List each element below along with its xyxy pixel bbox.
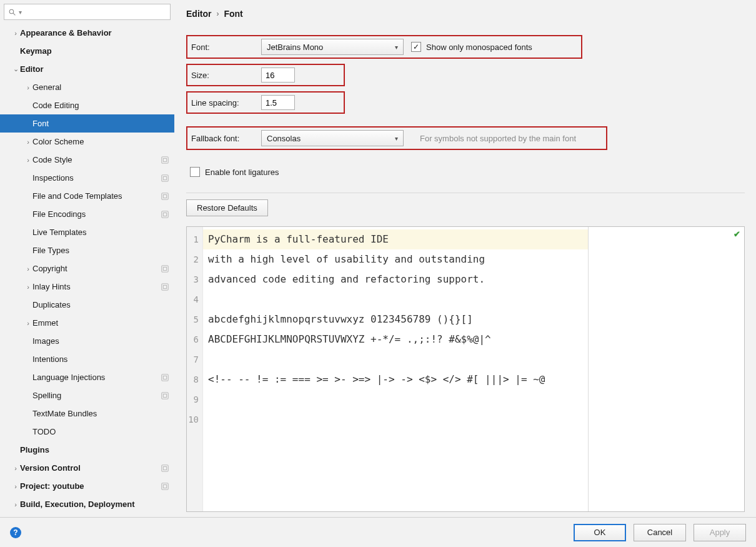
line-number: 6 — [187, 329, 199, 349]
line-spacing-label: Line spacing: — [191, 98, 254, 108]
svg-rect-15 — [163, 376, 166, 379]
restore-defaults-button[interactable]: Restore Defaults — [186, 199, 268, 216]
sidebar-item-project-youtube[interactable]: ›Project: youtube — [0, 477, 174, 495]
sidebar-item-code-style[interactable]: ›Code Style — [0, 151, 174, 169]
settings-tree[interactable]: ›Appearance & BehaviorKeymap⌄Editor›Gene… — [0, 24, 174, 517]
sidebar-item-label: Appearance & Behavior — [20, 28, 169, 38]
svg-rect-5 — [163, 176, 166, 179]
project-scope-icon — [161, 210, 169, 219]
enable-ligatures-checkbox[interactable]: Enable font ligatures — [190, 167, 279, 177]
sidebar-item-language-injections[interactable]: Language Injections — [0, 368, 174, 386]
sidebar-item-appearance-behavior[interactable]: ›Appearance & Behavior — [0, 24, 174, 42]
project-scope-icon — [161, 174, 169, 183]
preview-line: abcdefghijklmnopqrstuvwxyz 0123456789 ()… — [208, 309, 583, 329]
sidebar-item-keymap[interactable]: Keymap — [0, 42, 174, 60]
sidebar-item-intentions[interactable]: Intentions — [0, 350, 174, 368]
line-spacing-input[interactable] — [261, 95, 295, 110]
chevron-down-icon: ⌄ — [11, 65, 20, 73]
svg-rect-20 — [162, 483, 169, 489]
sidebar-item-emmet[interactable]: ›Emmet — [0, 314, 174, 332]
sidebar-item-inspections[interactable]: Inspections — [0, 169, 174, 187]
svg-rect-13 — [163, 285, 166, 288]
search-input[interactable]: ▾ — [4, 4, 171, 20]
line-number: 1 — [187, 229, 199, 249]
svg-line-1 — [13, 13, 15, 15]
apply-button[interactable]: Apply — [694, 524, 746, 541]
line-number: 10 — [187, 409, 199, 429]
sidebar-item-label: Language Injections — [32, 373, 161, 382]
sidebar-item-copyright[interactable]: ›Copyright — [0, 259, 174, 278]
svg-rect-14 — [162, 374, 169, 381]
sidebar-item-inlay-hints[interactable]: ›Inlay Hints — [0, 278, 174, 296]
show-monospaced-checkbox[interactable]: ✓ Show only monospaced fonts — [411, 42, 532, 52]
breadcrumb-page: Font — [224, 9, 242, 19]
chevron-right-icon: › — [24, 84, 32, 91]
svg-point-0 — [9, 9, 14, 14]
preview-right-gutter — [588, 227, 744, 511]
settings-sidebar: ▾ ›Appearance & BehaviorKeymap⌄Editor›Ge… — [0, 0, 175, 517]
preview-code[interactable]: PyCharm is a full-featured IDEwith a hig… — [203, 227, 588, 511]
ok-button[interactable]: OK — [574, 524, 626, 541]
cancel-button[interactable]: Cancel — [634, 524, 686, 541]
sidebar-item-build-execution-deployment[interactable]: ›Build, Execution, Deployment — [0, 495, 174, 513]
sidebar-item-textmate-bundles[interactable]: TextMate Bundles — [0, 404, 174, 423]
fallback-select[interactable]: Consolas ▾ — [261, 130, 404, 146]
svg-rect-9 — [163, 213, 166, 216]
svg-rect-7 — [163, 194, 166, 198]
sidebar-item-label: Inspections — [32, 173, 161, 183]
search-field[interactable] — [24, 7, 166, 18]
fallback-row-highlight: Fallback font: Consolas ▾ For symbols no… — [186, 126, 607, 150]
help-button[interactable]: ? — [10, 527, 21, 538]
sidebar-item-live-templates[interactable]: Live Templates — [0, 223, 174, 241]
sidebar-item-color-scheme[interactable]: ›Color Scheme — [0, 133, 174, 151]
sidebar-item-label: Emmet — [32, 318, 169, 328]
preview-line: advanced code editing and refactoring su… — [208, 269, 583, 289]
settings-content: Editor › Font Font: JetBrains Mono ▾ ✓ S… — [175, 0, 756, 517]
sidebar-item-images[interactable]: Images — [0, 332, 174, 350]
sidebar-item-general[interactable]: ›General — [0, 78, 174, 96]
line-number: 4 — [187, 289, 199, 309]
svg-rect-4 — [162, 174, 169, 181]
dialog-button-bar: ? OK Cancel Apply — [0, 517, 756, 547]
sidebar-item-version-control[interactable]: ›Version Control — [0, 459, 174, 477]
sidebar-item-label: Spelling — [32, 391, 161, 400]
sidebar-item-file-encodings[interactable]: File Encodings — [0, 205, 174, 223]
sidebar-item-label: Intentions — [32, 354, 169, 364]
fallback-select-value: Consolas — [267, 134, 301, 143]
sidebar-item-todo[interactable]: TODO — [0, 423, 174, 441]
font-preview: 12345678910 PyCharm is a full-featured I… — [186, 226, 745, 512]
chevron-right-icon: › — [11, 464, 20, 472]
svg-rect-19 — [163, 466, 166, 469]
sidebar-item-label: TextMate Bundles — [32, 409, 169, 418]
sidebar-item-label: Code Style — [32, 155, 161, 164]
sidebar-item-font[interactable]: Font — [0, 114, 174, 133]
sidebar-item-label: TODO — [32, 427, 169, 436]
search-icon — [8, 8, 16, 16]
sidebar-item-spelling[interactable]: Spelling — [0, 386, 174, 404]
preview-line: with a high level of usability and outst… — [208, 249, 583, 269]
checkbox-icon — [190, 167, 200, 177]
size-input[interactable] — [261, 68, 295, 83]
sidebar-item-label: Code Editing — [32, 101, 169, 110]
size-row-highlight: Size: — [186, 64, 345, 86]
chevron-right-icon: › — [24, 138, 32, 146]
svg-rect-12 — [162, 283, 169, 290]
sidebar-item-label: General — [32, 83, 169, 92]
svg-rect-21 — [163, 484, 166, 488]
breadcrumb-parent[interactable]: Editor — [186, 9, 211, 19]
line-number: 8 — [187, 369, 199, 389]
show-monospaced-label: Show only monospaced fonts — [426, 43, 532, 52]
sidebar-item-code-editing[interactable]: Code Editing — [0, 96, 174, 114]
font-select-value: JetBrains Mono — [267, 43, 323, 52]
font-select[interactable]: JetBrains Mono ▾ — [261, 39, 404, 55]
chevron-right-icon: › — [24, 283, 32, 291]
sidebar-item-plugins[interactable]: Plugins — [0, 441, 174, 459]
svg-rect-11 — [163, 267, 166, 270]
chevron-right-icon: › — [24, 156, 32, 164]
sidebar-item-file-types[interactable]: File Types — [0, 241, 174, 259]
sidebar-item-duplicates[interactable]: Duplicates — [0, 296, 174, 314]
sidebar-item-file-and-code-templates[interactable]: File and Code Templates — [0, 187, 174, 205]
sidebar-item-label: Duplicates — [32, 300, 169, 309]
sidebar-item-editor[interactable]: ⌄Editor — [0, 60, 174, 78]
sidebar-item-label: File and Code Templates — [32, 191, 161, 201]
